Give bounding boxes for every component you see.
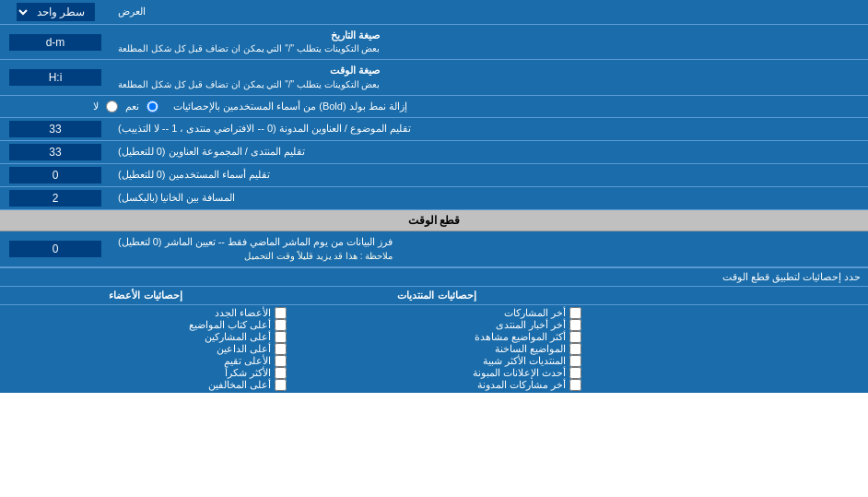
row-topics-count: تقليم الموضوع / العناوين المدونة (0 -- ا… bbox=[0, 118, 868, 141]
cb-blog-posts[interactable] bbox=[569, 379, 581, 391]
users-count-input[interactable] bbox=[9, 167, 101, 183]
time-format-input-cell bbox=[0, 60, 111, 94]
date-format-label: صيغة التاريخ بعض التكوينات يتطلب "/" الت… bbox=[111, 25, 868, 59]
list-item: أكثر المواضيع مشاهدة bbox=[301, 331, 581, 343]
row-bold: إزالة نمط بولد (Bold) من أسماء المستخدمي… bbox=[0, 96, 868, 118]
checkboxes-body: أخر المشاركات أخر أخبار المنتدى أكثر الم… bbox=[0, 305, 868, 393]
date-format-input-cell bbox=[0, 25, 111, 59]
list-item: أخر مشاركات المدونة bbox=[301, 379, 581, 391]
list-item: أعلى الداعين bbox=[7, 343, 287, 355]
time-format-input[interactable] bbox=[9, 69, 101, 86]
row-ard: العرض سطر واحد سطرين ثلاثة أسطر bbox=[0, 0, 868, 25]
topics-count-label: تقليم الموضوع / العناوين المدونة (0 -- ا… bbox=[111, 118, 868, 140]
checkboxes-headers: إحصائيات المنتديات إحصائيات الأعضاء bbox=[0, 287, 868, 305]
list-item: الأكثر شكراً bbox=[7, 367, 287, 379]
limit-label-row: حدد إحصائيات لتطبيق قطع الوقت bbox=[0, 268, 868, 287]
spacing-input[interactable] bbox=[9, 190, 101, 207]
list-item: أعلى المخالفين bbox=[7, 379, 287, 391]
list-item: أحدث الإعلانات المبونة bbox=[301, 367, 581, 379]
list-item: أعلى المشاركين bbox=[7, 331, 287, 343]
users-count-label: تقليم أسماء المستخدمين (0 للتعطيل) bbox=[111, 164, 868, 186]
forum-count-input-cell bbox=[0, 141, 111, 163]
cb-top-rated[interactable] bbox=[275, 355, 287, 367]
bold-yes-radio[interactable] bbox=[147, 101, 158, 112]
forum-count-input[interactable] bbox=[9, 144, 101, 160]
list-item: أخر أخبار المنتدى bbox=[301, 319, 581, 331]
bold-label: إزالة نمط بولد (Bold) من أسماء المستخدمي… bbox=[166, 96, 868, 117]
cb-last-posts[interactable] bbox=[569, 307, 581, 319]
list-item: المواضيع الساخنة bbox=[301, 343, 581, 355]
spacing-label: المسافة بين الخانيا (بالبكسل) bbox=[111, 187, 868, 209]
bold-yes-label: نعم bbox=[125, 101, 139, 112]
cb-last-news[interactable] bbox=[569, 319, 581, 331]
ard-select[interactable]: سطر واحد سطرين ثلاثة أسطر bbox=[17, 3, 95, 21]
row-forum-count: تقليم المنتدى / المجموعة العناوين (0 للت… bbox=[0, 141, 868, 164]
bold-no-radio[interactable] bbox=[106, 101, 118, 112]
list-item: أخر المشاركات bbox=[301, 307, 581, 319]
cb-hot-topics[interactable] bbox=[569, 343, 581, 355]
col-header-empty bbox=[582, 287, 868, 304]
ard-select-cell: سطر واحد سطرين ثلاثة أسطر bbox=[0, 0, 111, 24]
topics-count-input[interactable] bbox=[9, 121, 101, 137]
spacing-input-cell bbox=[0, 187, 111, 209]
col-header-members: إحصائيات الأعضاء bbox=[0, 287, 291, 304]
row-cutoff: فرز البيانات من يوم الماشر الماضي فقط --… bbox=[0, 231, 868, 266]
section-cutoff-header: قطع الوقت bbox=[0, 210, 868, 231]
cb-recent-ads[interactable] bbox=[569, 367, 581, 379]
ard-label: العرض bbox=[111, 0, 868, 24]
col-forums: أخر المشاركات أخر أخبار المنتدى أكثر الم… bbox=[294, 305, 588, 393]
cutoff-label: فرز البيانات من يوم الماشر الماضي فقط --… bbox=[111, 231, 868, 266]
bold-no-label: لا bbox=[93, 101, 99, 112]
time-format-label: صيغة الوقت بعض التكوينات يتطلب "/" التي … bbox=[111, 60, 868, 94]
list-item: أعلى كتاب المواضيع bbox=[7, 319, 287, 331]
row-spacing: المسافة بين الخانيا (بالبكسل) bbox=[0, 187, 868, 210]
cb-top-participants[interactable] bbox=[275, 331, 287, 343]
cb-top-violators[interactable] bbox=[275, 379, 287, 391]
list-item: المنتديات الأكثر شبية bbox=[301, 355, 581, 367]
cb-most-viewed[interactable] bbox=[569, 331, 581, 343]
list-item: الأعلى تقيم bbox=[7, 355, 287, 367]
cb-similar-forums[interactable] bbox=[569, 355, 581, 367]
checkboxes-section: حدد إحصائيات لتطبيق قطع الوقت إحصائيات ا… bbox=[0, 267, 868, 393]
list-item: الأعضاء الجدد bbox=[7, 307, 287, 319]
row-users-count: تقليم أسماء المستخدمين (0 للتعطيل) bbox=[0, 164, 868, 187]
col-header-forums: إحصائيات المنتديات bbox=[291, 287, 582, 304]
bold-radio-cell: نعم لا bbox=[0, 96, 166, 117]
cb-most-thankful[interactable] bbox=[275, 367, 287, 379]
col-members: الأعضاء الجدد أعلى كتاب المواضيع أعلى ال… bbox=[0, 305, 294, 393]
topics-count-input-cell bbox=[0, 118, 111, 140]
cutoff-input[interactable] bbox=[9, 241, 101, 257]
row-time-format: صيغة الوقت بعض التكوينات يتطلب "/" التي … bbox=[0, 60, 868, 95]
cb-top-inviters[interactable] bbox=[275, 343, 287, 355]
date-format-input[interactable] bbox=[9, 34, 101, 51]
forum-count-label: تقليم المنتدى / المجموعة العناوين (0 للت… bbox=[111, 141, 868, 163]
cb-top-writers[interactable] bbox=[275, 319, 287, 331]
row-date-format: صيغة التاريخ بعض التكوينات يتطلب "/" الت… bbox=[0, 25, 868, 60]
users-count-input-cell bbox=[0, 164, 111, 186]
col-empty bbox=[589, 305, 868, 393]
cb-new-members[interactable] bbox=[275, 307, 287, 319]
cutoff-input-cell bbox=[0, 231, 111, 266]
